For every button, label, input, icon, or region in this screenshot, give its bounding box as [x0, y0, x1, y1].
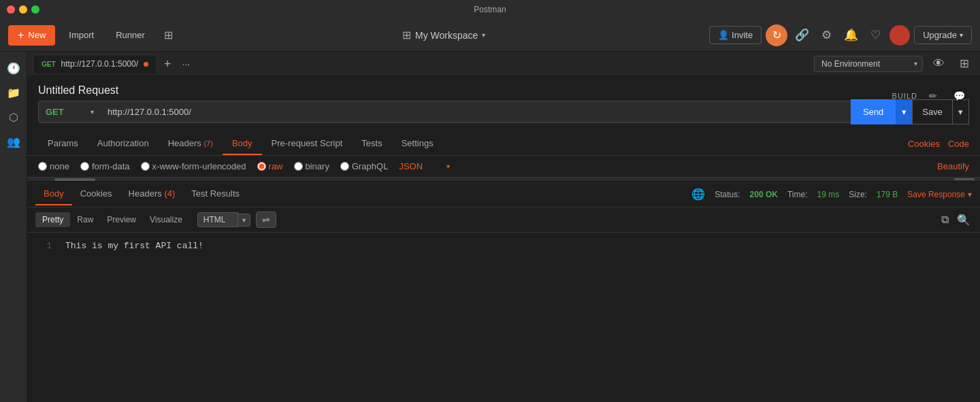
comment-icon[interactable]: 💬: [949, 86, 969, 106]
tab-params[interactable]: Params: [38, 133, 88, 155]
radio-none-input[interactable]: [38, 162, 47, 171]
tab-headers[interactable]: Headers (7): [159, 133, 223, 155]
radio-form-data-label: form-data: [92, 161, 130, 171]
request-title: Untitled Request: [38, 84, 118, 96]
radio-urlencoded[interactable]: x-www-form-urlencoded: [141, 161, 246, 171]
radio-form-data[interactable]: form-data: [80, 161, 130, 171]
avatar[interactable]: [889, 25, 910, 46]
sidebar-users-icon[interactable]: 👥: [3, 131, 24, 152]
tab-tests[interactable]: Tests: [352, 133, 391, 155]
close-button[interactable]: [7, 5, 15, 14]
chevron-down-icon: ▾: [482, 31, 485, 39]
window-title: Postman: [474, 5, 506, 14]
response-format-select[interactable]: HTML JSON Text: [197, 212, 238, 227]
view-tab-raw[interactable]: Raw: [70, 212, 100, 227]
upgrade-button[interactable]: Upgrade ▾: [914, 26, 972, 44]
line-content-1: This is my first API call!: [65, 241, 203, 251]
line-number-1: 1: [38, 241, 52, 251]
tab-authorization[interactable]: Authorization: [88, 133, 159, 155]
globe-icon: 🌐: [691, 188, 705, 201]
sidebar-environments-icon[interactable]: ⬡: [3, 106, 24, 128]
response-format-selector[interactable]: HTML JSON Text ▾: [197, 212, 250, 227]
response-code-view: 1 This is my first API call!: [27, 233, 980, 402]
tab-body[interactable]: Body: [223, 133, 262, 155]
tab-url: http://127.0.0.1:5000/: [61, 59, 138, 69]
import-button[interactable]: Import: [61, 26, 102, 44]
grid-icon: ⊞: [402, 29, 411, 41]
scroll-right-indicator: [954, 178, 975, 180]
env-eye-icon[interactable]: 👁: [928, 54, 949, 74]
copy-response-button[interactable]: ⧉: [940, 212, 950, 227]
radio-binary-input[interactable]: [294, 162, 303, 171]
environment-selector[interactable]: No Environment ▾: [814, 56, 923, 72]
env-settings-icon[interactable]: ⊞: [954, 54, 975, 74]
build-bar: BUILD ✏ 💬: [892, 86, 969, 106]
radio-none[interactable]: none: [38, 161, 69, 171]
resp-tab-headers[interactable]: Headers (4): [120, 183, 184, 205]
request-tab[interactable]: GET http://127.0.0.1:5000/: [33, 54, 157, 73]
beautify-button[interactable]: Beautify: [937, 161, 969, 171]
workspace-button[interactable]: ⊞ My Workspace ▾: [395, 24, 492, 46]
new-button[interactable]: + New: [8, 25, 55, 46]
size-label: Size:: [849, 190, 867, 199]
resp-tab-cookies[interactable]: Cookies: [72, 183, 120, 205]
response-area: Body Cookies Headers (4) Test Results 🌐 …: [27, 182, 980, 402]
runner-button[interactable]: Runner: [108, 26, 153, 44]
resp-tab-test-results[interactable]: Test Results: [183, 183, 248, 205]
cookies-link[interactable]: Cookies: [908, 139, 940, 149]
radio-urlencoded-input[interactable]: [141, 162, 150, 171]
link-icon[interactable]: 🔗: [791, 25, 812, 46]
view-tab-preview[interactable]: Preview: [100, 212, 143, 227]
tab-pre-request[interactable]: Pre-request Script: [262, 133, 353, 155]
edit-icon[interactable]: ✏: [923, 86, 943, 106]
gear-icon[interactable]: ⚙: [816, 25, 836, 46]
time-value: 19 ms: [817, 190, 840, 199]
view-tab-visualize[interactable]: Visualize: [143, 212, 189, 227]
format-chevron-button[interactable]: ▾: [238, 214, 250, 227]
sync-icon[interactable]: ↻: [766, 24, 787, 46]
size-value: 179 B: [877, 190, 898, 199]
radio-graphql-input[interactable]: [340, 162, 349, 171]
tab-changed-indicator: [144, 62, 148, 67]
method-selector[interactable]: GET POST PUT DELETE ▾: [38, 101, 99, 123]
code-link[interactable]: Code: [948, 139, 969, 149]
layout-icon[interactable]: ⊞: [159, 26, 178, 44]
more-tabs-button[interactable]: ···: [178, 58, 195, 69]
radio-graphql-label: GraphQL: [352, 161, 388, 171]
sidebar-history-icon[interactable]: 🕐: [3, 57, 24, 79]
sidebar-collections-icon[interactable]: 📁: [3, 82, 24, 103]
content-area: GET http://127.0.0.1:5000/ + ··· No Envi…: [27, 52, 980, 402]
bell-icon[interactable]: 🔔: [840, 25, 861, 46]
heart-icon[interactable]: ♡: [865, 25, 885, 46]
minimize-button[interactable]: [19, 5, 27, 14]
status-label: Status:: [715, 190, 740, 199]
new-tab-button[interactable]: +: [160, 58, 176, 70]
tab-method: GET: [42, 61, 56, 68]
radio-raw[interactable]: raw: [257, 161, 283, 171]
method-select[interactable]: GET POST PUT DELETE: [38, 101, 99, 123]
tab-bar: GET http://127.0.0.1:5000/ + ··· No Envi…: [27, 52, 980, 76]
radio-raw-label: raw: [269, 161, 283, 171]
save-response-label: Save Response: [907, 190, 965, 199]
headers-badge: (7): [203, 139, 212, 148]
radio-raw-input[interactable]: [257, 162, 266, 171]
main-layout: 🕐 📁 ⬡ 👥 GET http://127.0.0.1:5000/ + ···…: [0, 52, 980, 402]
radio-form-data-input[interactable]: [80, 162, 89, 171]
chevron-down-icon-upgrade: ▾: [960, 31, 963, 39]
radio-graphql[interactable]: GraphQL: [340, 161, 388, 171]
resp-tab-body[interactable]: Body: [35, 183, 72, 205]
tab-settings[interactable]: Settings: [392, 133, 443, 155]
save-response-button[interactable]: Save Response ▾: [907, 190, 972, 199]
format-selector[interactable]: JSON Text JavaScript HTML XML ▾: [399, 161, 450, 171]
radio-binary[interactable]: binary: [294, 161, 329, 171]
format-select[interactable]: JSON Text JavaScript HTML XML: [399, 161, 450, 171]
wrap-button[interactable]: ⇌: [256, 212, 276, 228]
view-tab-pretty[interactable]: Pretty: [35, 212, 70, 227]
invite-button[interactable]: 👤 Invite: [709, 26, 762, 44]
radio-binary-label: binary: [306, 161, 329, 171]
maximize-button[interactable]: [31, 5, 39, 14]
environment-select[interactable]: No Environment: [814, 56, 923, 72]
send-button[interactable]: Send: [851, 99, 896, 124]
url-input[interactable]: [99, 101, 851, 123]
search-response-button[interactable]: 🔍: [956, 212, 972, 228]
